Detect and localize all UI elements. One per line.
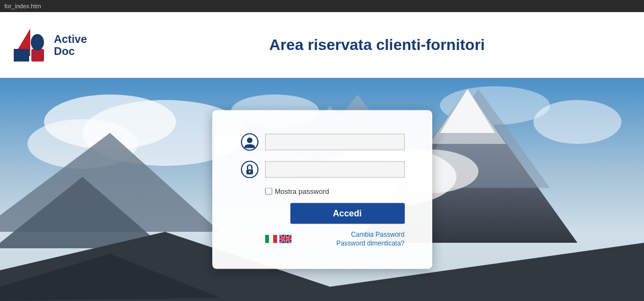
header: Active Doc Area riservata clienti-fornit… bbox=[0, 12, 644, 78]
username-input[interactable] bbox=[265, 134, 405, 150]
main-content: Mostra password Accedi bbox=[0, 78, 644, 301]
page-title: Area riservata clienti-fornitori bbox=[121, 36, 633, 54]
flag-uk-icon[interactable] bbox=[279, 235, 291, 243]
svg-point-28 bbox=[249, 171, 250, 172]
flag-italy-icon[interactable] bbox=[265, 235, 277, 243]
svg-point-25 bbox=[247, 138, 252, 143]
svg-rect-1 bbox=[14, 49, 29, 62]
svg-rect-30 bbox=[269, 235, 273, 243]
show-password-row: Mostra password bbox=[265, 187, 405, 196]
password-row bbox=[240, 160, 405, 180]
password-input[interactable] bbox=[265, 161, 405, 178]
submit-row: Accedi bbox=[265, 203, 405, 224]
browser-url: for_index.htm bbox=[4, 3, 41, 9]
user-icon bbox=[240, 132, 260, 152]
language-flags bbox=[265, 235, 291, 243]
logo-icon bbox=[11, 26, 49, 64]
logo-text: Active Doc bbox=[54, 33, 87, 57]
svg-point-3 bbox=[31, 34, 44, 51]
username-row bbox=[240, 132, 405, 152]
change-password-link[interactable]: Cambia Password bbox=[351, 231, 404, 238]
show-password-label: Mostra password bbox=[275, 187, 329, 196]
svg-rect-29 bbox=[265, 235, 269, 243]
svg-rect-2 bbox=[31, 49, 44, 62]
logo-line1: Active bbox=[54, 33, 87, 45]
show-password-checkbox[interactable] bbox=[265, 188, 272, 195]
action-links: Cambia Password Password dimenticata? bbox=[336, 231, 404, 247]
forgot-password-link[interactable]: Password dimenticata? bbox=[336, 239, 404, 247]
svg-point-10 bbox=[533, 100, 621, 144]
browser-bar: for_index.htm bbox=[0, 0, 644, 12]
logo-line2: Doc bbox=[54, 45, 87, 57]
accedi-button[interactable]: Accedi bbox=[290, 203, 405, 224]
svg-rect-31 bbox=[273, 235, 277, 243]
login-card: Mostra password Accedi bbox=[212, 110, 432, 269]
logo: Active Doc bbox=[11, 26, 121, 64]
lock-icon bbox=[240, 160, 260, 180]
bottom-row: Cambia Password Password dimenticata? bbox=[265, 231, 405, 247]
